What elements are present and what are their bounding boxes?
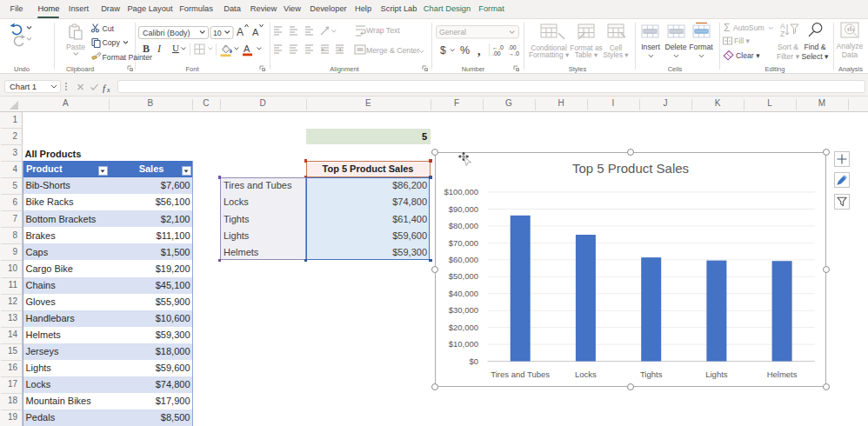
svg-text:A: A	[237, 26, 244, 38]
svg-text:.00: .00	[492, 50, 501, 57]
svg-text:.00: .00	[508, 44, 517, 50]
svg-text:$: $	[440, 44, 446, 57]
svg-text:,: ,	[477, 44, 481, 57]
svg-text:%: %	[460, 44, 470, 57]
svg-text:I: I	[157, 43, 162, 55]
svg-text:Z: Z	[780, 30, 785, 38]
svg-text:U: U	[172, 43, 179, 53]
svg-text:→.0: →.0	[508, 50, 519, 57]
svg-text:A: A	[244, 43, 250, 54]
svg-text:A: A	[252, 27, 259, 37]
svg-text:Σ: Σ	[724, 22, 730, 34]
svg-text:x: x	[106, 86, 110, 93]
svg-text:←.0: ←.0	[492, 44, 504, 50]
